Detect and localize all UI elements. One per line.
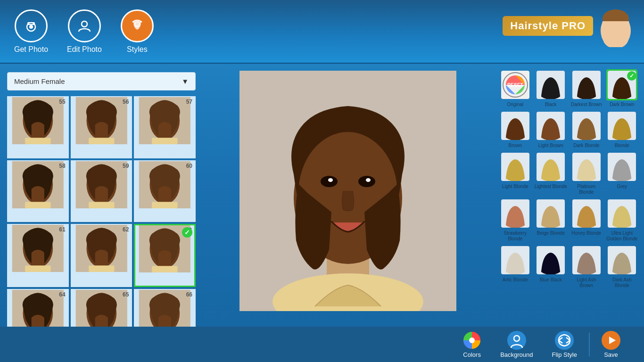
color-item-honey-blonde[interactable]: Honey Blonde	[570, 198, 603, 242]
style-num: 64	[59, 291, 65, 298]
color-swatch-ultra-light-golden-blonde	[606, 198, 637, 229]
edit-photo-icon	[68, 9, 101, 42]
color-item-platinum-blonde[interactable]: Platinum Blonde	[570, 151, 603, 195]
style-item-60[interactable]: 60	[134, 160, 196, 222]
color-item-light-blonde[interactable]: Light Blonde	[499, 151, 532, 195]
toolbar-background[interactable]: Background	[491, 327, 542, 362]
toolbar-colors[interactable]: Colors	[453, 327, 491, 362]
center-panel	[203, 64, 493, 362]
style-item-55[interactable]: 55	[7, 96, 69, 158]
color-swatch-platinum-blonde	[571, 151, 602, 182]
style-num: 58	[59, 163, 65, 169]
style-item-59[interactable]: 59	[71, 160, 132, 222]
style-item-58[interactable]: 58	[7, 160, 69, 222]
save-toolbar-icon	[602, 331, 620, 350]
style-item-57[interactable]: 57	[134, 96, 196, 158]
color-item-blue-black[interactable]: Blue Black	[535, 245, 568, 288]
color-label-artic-blonde: Artic Blonde	[503, 277, 528, 283]
nav-item-styles[interactable]: Styles	[121, 9, 154, 54]
color-item-blonde[interactable]: Blonde	[606, 110, 639, 148]
toolbar-flip-style[interactable]: Flip Style	[543, 327, 586, 362]
style-item-61[interactable]: 61	[7, 224, 69, 287]
app-title: Hairstyle PRO	[503, 16, 593, 36]
colors-grid: RESET Original Black Darkest Brown ✓Dark…	[499, 69, 638, 288]
color-item-artic-blonde[interactable]: Artic Blonde	[499, 245, 532, 288]
dropdown-arrow: ▼	[182, 77, 189, 85]
main-content: Medium Female ▼ 55 56 57	[0, 64, 644, 362]
svg-rect-14	[89, 138, 115, 144]
color-item-lightest-blonde[interactable]: Lightest Blonde	[535, 151, 568, 195]
svg-rect-10	[25, 138, 51, 144]
style-dropdown[interactable]: Medium Female ▼	[7, 72, 196, 90]
color-item-beige-blonde[interactable]: Beige Blonde	[535, 198, 568, 242]
preview-container	[239, 71, 456, 311]
toolbar-divider	[589, 333, 590, 356]
toolbar-save[interactable]: Save	[592, 327, 630, 362]
color-label-beige-blonde: Beige Blonde	[537, 230, 565, 236]
color-swatch-black	[535, 69, 566, 100]
color-label-ultra-light-golden-blonde: Ultra Light Golden Blonde	[606, 230, 639, 242]
color-label-dark-blonde: Dark Blonde	[573, 143, 599, 148]
color-item-dark-blonde[interactable]: Dark Blonde	[570, 110, 603, 148]
color-item-ultra-light-golden-blonde[interactable]: Ultra Light Golden Blonde	[606, 198, 639, 242]
color-swatch-blonde	[606, 110, 637, 141]
color-label-blonde: Blonde	[615, 143, 629, 148]
svg-text:RESET: RESET	[507, 82, 523, 88]
colors-toolbar-icon	[462, 331, 481, 350]
color-label-darkest-brown: Darkest Brown	[571, 102, 602, 107]
svg-rect-22	[25, 202, 51, 208]
color-item-light-ash-brown[interactable]: Light Ash Brown	[570, 245, 603, 288]
color-item-dark-ash-blonde[interactable]: Dark Ash Blonde	[606, 245, 639, 288]
color-item-grey[interactable]: Grey	[606, 151, 639, 195]
style-num: 65	[123, 291, 129, 298]
colors-toolbar-label: Colors	[463, 351, 481, 358]
color-item-brown[interactable]: Brown	[499, 110, 532, 148]
svg-point-87	[469, 337, 475, 343]
styles-label: Styles	[127, 45, 148, 54]
nav-items: Get Photo Edit Photo Styles	[14, 9, 154, 54]
color-swatch-strawberry-blonde	[500, 198, 531, 229]
color-swatch-light-blonde	[500, 151, 531, 182]
background-toolbar-label: Background	[500, 351, 533, 358]
color-label-brown: Brown	[509, 143, 522, 148]
style-grid: 55 56 57 58 59	[7, 96, 196, 351]
style-item-62[interactable]: 62	[71, 224, 132, 287]
color-item-black[interactable]: Black	[535, 69, 568, 107]
color-swatch-brown	[500, 110, 531, 141]
dropdown-value: Medium Female	[14, 77, 65, 85]
nav-item-get-photo[interactable]: Get Photo	[14, 9, 48, 54]
get-photo-label: Get Photo	[14, 45, 48, 54]
right-panel: RESET Original Black Darkest Brown ✓Dark…	[493, 64, 644, 362]
style-item-63[interactable]: 63✓	[134, 224, 196, 287]
background-toolbar-icon	[507, 331, 526, 350]
color-swatch-light-ash-brown	[571, 245, 602, 276]
svg-rect-18	[152, 138, 178, 144]
style-num: 59	[123, 163, 129, 169]
color-swatch-beige-blonde	[535, 198, 566, 229]
style-num: 56	[123, 99, 129, 105]
style-num: 55	[59, 99, 65, 105]
color-item-darkest-brown[interactable]: Darkest Brown	[570, 69, 603, 107]
style-item-56[interactable]: 56	[71, 96, 132, 158]
svg-point-88	[514, 336, 520, 341]
color-swatch-light-brown	[535, 110, 566, 141]
logo-area: Hairstyle PRO	[503, 5, 635, 47]
style-num: 66	[186, 291, 192, 298]
color-label-grey: Grey	[617, 184, 627, 189]
edit-photo-label: Edit Photo	[67, 45, 102, 54]
nav-item-edit-photo[interactable]: Edit Photo	[67, 9, 102, 54]
color-label-original: Original	[507, 102, 523, 107]
color-item-light-brown[interactable]: Light Brown	[535, 110, 568, 148]
svg-point-2	[29, 25, 33, 29]
color-item-strawberry-blonde[interactable]: Strawberry Blonde	[499, 198, 532, 242]
color-label-black: Black	[545, 102, 556, 107]
color-label-dark-ash-blonde: Dark Ash Blonde	[606, 277, 639, 288]
style-num: 60	[186, 163, 192, 169]
svg-rect-42	[152, 266, 178, 272]
color-swatch-grey	[606, 151, 637, 182]
color-label-strawberry-blonde: Strawberry Blonde	[499, 230, 532, 242]
color-item-original[interactable]: RESET Original	[499, 69, 532, 107]
save-toolbar-label: Save	[604, 351, 618, 358]
color-label-light-brown: Light Brown	[538, 143, 563, 148]
color-item-dark-brown[interactable]: ✓Dark Brown	[606, 69, 639, 107]
